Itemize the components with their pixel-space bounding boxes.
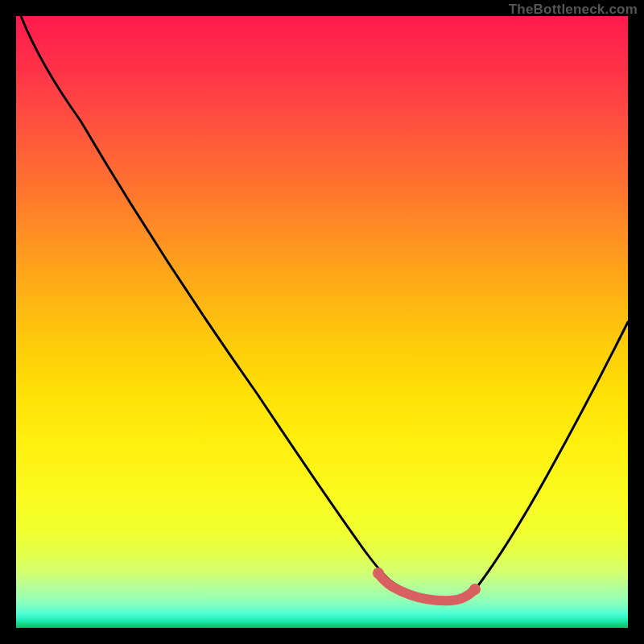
- optimal-trough-highlight: [378, 573, 475, 601]
- bottleneck-curve: [21, 16, 628, 601]
- chart-stage: TheBottleneck.com: [0, 0, 644, 644]
- trough-start-dot: [373, 568, 384, 579]
- attribution-label: TheBottleneck.com: [509, 2, 638, 18]
- curve-overlay: [16, 16, 628, 628]
- gradient-plot-area: [16, 16, 628, 628]
- trough-end-dot: [469, 584, 481, 595]
